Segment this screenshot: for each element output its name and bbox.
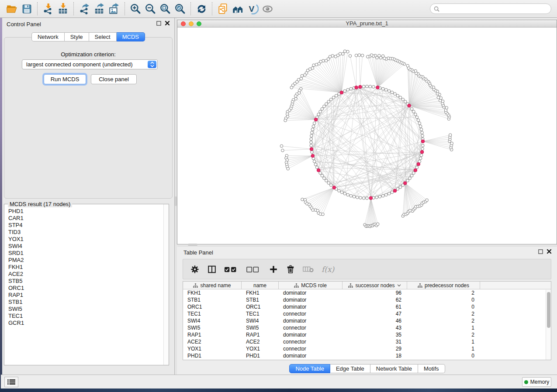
- close-panel-icon[interactable]: [547, 249, 552, 254]
- toolbar-separator: [125, 2, 125, 15]
- close-panel-icon[interactable]: [165, 21, 170, 26]
- tab-network[interactable]: Network: [31, 32, 65, 41]
- show-panels-houses-icon[interactable]: [230, 1, 245, 16]
- table-cell: 0: [407, 303, 480, 310]
- export-image-icon[interactable]: [107, 1, 121, 16]
- mcds-result-item[interactable]: YOX1: [8, 236, 163, 243]
- zoom-fit-icon[interactable]: [158, 1, 173, 16]
- mcds-result-item[interactable]: TID3: [8, 229, 163, 236]
- table-row[interactable]: PHD1PHD1dominator180: [183, 352, 551, 359]
- graphics-details-eye-icon[interactable]: [260, 1, 275, 16]
- table-scrollbar[interactable]: [546, 290, 551, 360]
- table-row[interactable]: SWI4SWI4dominator462: [183, 317, 551, 324]
- table-cell: SWI5: [183, 324, 242, 331]
- network-window-titlebar[interactable]: YPA_prune.txt_1: [177, 20, 557, 28]
- deselect-all-checkboxes-icon[interactable]: [246, 265, 261, 273]
- table-row[interactable]: YOX1YOX1connector291: [183, 345, 551, 352]
- export-table-icon[interactable]: [92, 1, 107, 16]
- window-maximize-icon[interactable]: [197, 21, 201, 26]
- close-panel-button[interactable]: Close panel: [91, 74, 137, 84]
- mcds-result-item[interactable]: CAR1: [8, 215, 163, 222]
- column-header[interactable]: name: [242, 282, 279, 289]
- delete-rows-trash-icon[interactable]: [286, 265, 295, 274]
- table-cell: PHD1: [242, 352, 279, 359]
- optimization-criterion-label: Optimization criterion:: [4, 51, 172, 58]
- table-row[interactable]: TEC1TEC1connector472: [183, 310, 551, 317]
- table-cell: SWI5: [242, 324, 279, 331]
- memory-button[interactable]: Memory: [522, 377, 551, 387]
- table-scrollbar-thumb[interactable]: [547, 292, 550, 328]
- import-network-icon[interactable]: [41, 1, 55, 16]
- tab-style[interactable]: Style: [65, 32, 89, 41]
- table-body: FKH1FKH1dominator962STB1STB1dominator620…: [183, 289, 551, 359]
- tab-node-table[interactable]: Node Table: [289, 364, 330, 373]
- tab-select[interactable]: Select: [89, 32, 117, 41]
- column-layout-icon[interactable]: [207, 265, 217, 274]
- import-table-icon[interactable]: [55, 1, 70, 16]
- mcds-result-item[interactable]: SWI4: [8, 243, 163, 250]
- tab-edge-table[interactable]: Edge Table: [330, 364, 370, 373]
- sort-chevron-icon[interactable]: [397, 284, 401, 287]
- float-panel-icon[interactable]: [156, 21, 161, 26]
- column-header[interactable]: shared name: [183, 282, 242, 289]
- column-header[interactable]: predecessor nodes: [407, 282, 480, 289]
- mcds-result-item[interactable]: RAP1: [8, 292, 163, 299]
- mcds-result-item[interactable]: STB5: [8, 278, 163, 285]
- network-canvas[interactable]: [177, 28, 557, 244]
- criterion-dropdown[interactable]: largest connected component (undirected): [22, 59, 158, 69]
- table-cell: 29: [343, 345, 407, 352]
- column-header[interactable]: successor nodes: [343, 282, 407, 289]
- table-cell: connector: [279, 310, 343, 317]
- window-minimize-icon[interactable]: [189, 21, 194, 26]
- tab-mcds[interactable]: MCDS: [117, 32, 145, 41]
- tree-icon: [294, 283, 299, 288]
- open-session-icon[interactable]: [4, 1, 19, 16]
- mcds-result-item[interactable]: SWI5: [8, 306, 163, 313]
- mcds-result-item[interactable]: PMA2: [8, 257, 163, 264]
- mcds-result-item[interactable]: PHD1: [8, 208, 163, 215]
- mcds-result-item[interactable]: FKH1: [8, 264, 163, 271]
- mcds-result-item[interactable]: ACE2: [8, 271, 163, 278]
- window-close-icon[interactable]: [181, 21, 186, 26]
- clone-network-icon[interactable]: [215, 1, 230, 16]
- mcds-result-item[interactable]: ORC1: [8, 285, 163, 292]
- result-scrollbar[interactable]: [163, 204, 169, 365]
- mcds-result-item[interactable]: GCR1: [8, 320, 163, 327]
- mcds-result-item[interactable]: TEC1: [8, 313, 163, 320]
- tab-motifs[interactable]: Motifs: [418, 364, 445, 373]
- export-network-icon[interactable]: [77, 1, 92, 16]
- memory-label: Memory: [530, 379, 549, 385]
- select-all-checkboxes-icon[interactable]: [224, 265, 239, 273]
- add-row-plus-icon[interactable]: [269, 265, 278, 274]
- table-row[interactable]: ACE2ACE2connector311: [183, 338, 551, 345]
- table-row[interactable]: SWI5SWI5connector431: [183, 324, 551, 331]
- table-cell: YOX1: [183, 345, 242, 352]
- zoom-selected-icon[interactable]: [173, 1, 187, 16]
- mcds-result-list[interactable]: PHD1CAR1STP4TID3YOX1SWI4SRD1PMA2FKH1ACE2…: [4, 207, 163, 364]
- column-settings-gear-icon[interactable]: [190, 265, 200, 274]
- delete-column-icon: [303, 265, 314, 273]
- mcds-result-item[interactable]: SRD1: [8, 250, 163, 257]
- table-row[interactable]: ORC1ORC1dominator610: [183, 303, 551, 310]
- horizontal-splitter-handle[interactable]: [188, 244, 197, 246]
- control-panel-header: Control Panel: [2, 18, 174, 29]
- apply-layout-refresh-icon[interactable]: [194, 1, 209, 16]
- table-row[interactable]: STB1STB1dominator620: [183, 296, 551, 303]
- mcds-result-item[interactable]: STP4: [8, 222, 163, 229]
- save-session-icon[interactable]: [19, 1, 34, 16]
- search-input[interactable]: [430, 3, 551, 14]
- table-row[interactable]: FKH1FKH1dominator962: [183, 289, 551, 296]
- float-panel-icon[interactable]: [538, 249, 543, 254]
- vizmapper-icon[interactable]: V: [245, 1, 260, 16]
- table-row[interactable]: RAP1RAP1dominator352: [183, 331, 551, 338]
- zoom-in-icon[interactable]: [128, 1, 143, 16]
- table-cell: dominator: [279, 317, 343, 324]
- run-mcds-button[interactable]: Run MCDS: [44, 74, 86, 84]
- task-history-button[interactable]: [4, 377, 18, 387]
- mcds-result-item[interactable]: STB1: [8, 299, 163, 306]
- zoom-out-icon[interactable]: [143, 1, 158, 16]
- tab-network-table[interactable]: Network Table: [370, 364, 418, 373]
- table-cell: 61: [343, 303, 407, 310]
- control-panel-tabs: Network Style Select MCDS: [2, 32, 174, 41]
- column-header[interactable]: MCDS role: [279, 282, 343, 289]
